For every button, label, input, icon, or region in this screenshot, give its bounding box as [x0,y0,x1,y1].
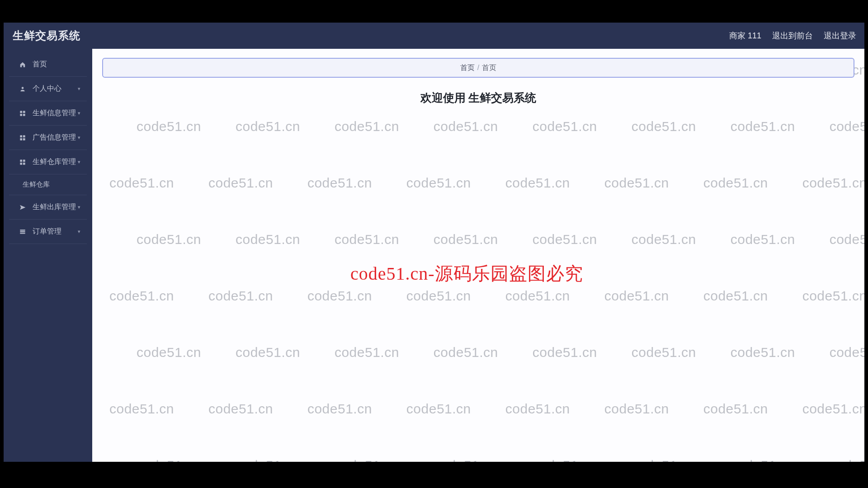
app-header: 生鲜交易系统 商家 111 退出到前台 退出登录 [4,23,864,49]
chevron-down-icon: ▾ [78,159,80,165]
svg-rect-6 [23,135,25,137]
chevron-down-icon: ▾ [78,86,80,92]
sidebar-item-label: 首页 [33,60,80,69]
breadcrumb-current: 首页 [482,63,496,73]
svg-rect-3 [20,114,22,116]
svg-rect-14 [20,231,25,232]
sidebar: 首页 个人中心 ▾ 生鲜信息管理 ▾ 广告信息管理 [4,49,92,462]
sidebar-item-outbound[interactable]: 生鲜出库管理 ▾ [9,195,87,220]
exit-front-button[interactable]: 退出到前台 [772,30,813,41]
sidebar-item-label: 广告信息管理 [33,133,78,142]
watermark-row: code51.cncode51.cncode51.cncode51.cncode… [92,175,864,191]
watermark-banner: code51.cn-源码乐园盗图必究 [350,261,583,286]
svg-rect-15 [20,233,25,234]
grid-icon [18,110,27,117]
svg-point-0 [22,87,24,89]
svg-rect-5 [20,135,22,137]
home-icon [18,61,27,68]
sidebar-item-fresh-info[interactable]: 生鲜信息管理 ▾ [9,101,87,126]
watermark-layer: code51.cncode51.cncode51.cncode51.cncode… [92,49,864,462]
app-title: 生鲜交易系统 [13,28,80,43]
chevron-down-icon: ▾ [78,229,80,235]
sidebar-item-label: 生鲜仓库管理 [33,157,78,167]
sidebar-item-home[interactable]: 首页 [9,52,87,77]
chevron-down-icon: ▾ [78,110,80,116]
sidebar-item-warehouse[interactable]: 生鲜仓库管理 ▾ [9,150,87,174]
watermark-row: code51.cncode51.cncode51.cncode51.cncode… [92,458,864,462]
sidebar-item-label: 生鲜出库管理 [33,202,78,212]
breadcrumb-separator: / [477,64,479,72]
breadcrumb: 首页 / 首页 [102,58,854,78]
watermark-row: code51.cncode51.cncode51.cncode51.cncode… [92,232,864,247]
breadcrumb-root[interactable]: 首页 [460,63,475,73]
svg-rect-13 [20,230,25,230]
sidebar-item-ad-info[interactable]: 广告信息管理 ▾ [9,126,87,150]
svg-rect-7 [20,138,22,140]
grid-icon [18,135,27,141]
sidebar-subitem-label: 生鲜仓库 [23,180,50,189]
main-area: code51.cncode51.cncode51.cncode51.cncode… [92,49,864,462]
svg-rect-2 [23,111,25,113]
logout-button[interactable]: 退出登录 [824,30,856,41]
svg-rect-9 [20,160,22,161]
sidebar-item-label: 订单管理 [33,227,78,236]
grid-icon [18,159,27,165]
svg-rect-11 [20,163,22,164]
svg-rect-8 [23,138,25,140]
sidebar-item-profile[interactable]: 个人中心 ▾ [9,77,87,101]
watermark-row: code51.cncode51.cncode51.cncode51.cncode… [92,345,864,360]
svg-rect-12 [23,163,25,164]
watermark-row: code51.cncode51.cncode51.cncode51.cncode… [92,119,864,134]
sidebar-item-label: 生鲜信息管理 [33,108,78,118]
sidebar-item-orders[interactable]: 订单管理 ▾ [9,220,87,244]
merchant-label[interactable]: 商家 111 [729,30,761,41]
list-icon [18,229,27,235]
send-icon [18,204,27,211]
svg-rect-10 [23,160,25,161]
watermark-row: code51.cncode51.cncode51.cncode51.cncode… [92,288,864,304]
sidebar-item-label: 个人中心 [33,84,78,94]
header-right: 商家 111 退出到前台 退出登录 [729,30,856,41]
sidebar-subitem-warehouse[interactable]: 生鲜仓库 [9,174,87,195]
svg-rect-1 [20,111,22,113]
chevron-down-icon: ▾ [78,135,80,141]
welcome-heading: 欢迎使用 生鲜交易系统 [102,90,854,105]
user-icon [18,86,27,92]
chevron-down-icon: ▾ [78,204,80,210]
watermark-row: code51.cncode51.cncode51.cncode51.cncode… [92,401,864,417]
svg-rect-4 [23,114,25,116]
